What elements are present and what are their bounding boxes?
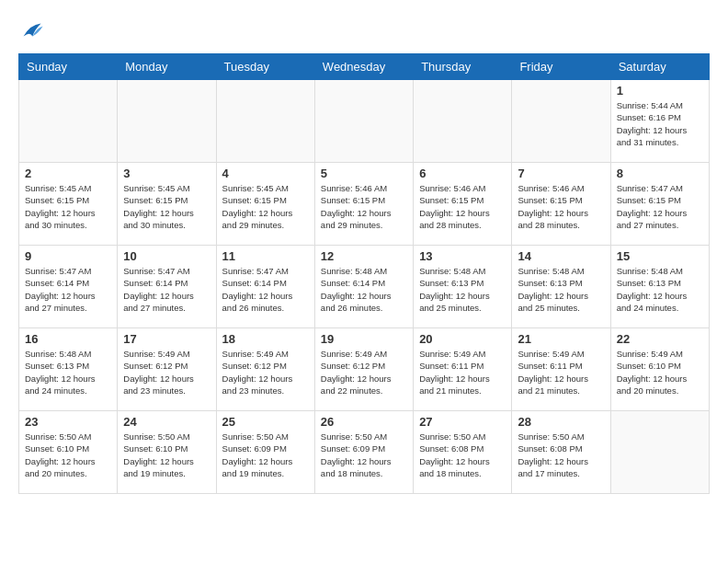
day-info: Sunrise: 5:50 AMSunset: 6:09 PMDaylight:… (321, 431, 407, 479)
day-info: Sunrise: 5:47 AMSunset: 6:14 PMDaylight:… (123, 265, 210, 314)
day-number: 7 (518, 167, 604, 180)
day-info: Sunrise: 5:48 AMSunset: 6:13 PMDaylight:… (25, 348, 111, 396)
day-info: Sunrise: 5:50 AMSunset: 6:08 PMDaylight:… (419, 431, 506, 479)
calendar-cell: 28Sunrise: 5:50 AMSunset: 6:08 PMDayligh… (512, 411, 610, 494)
day-info: Sunrise: 5:50 AMSunset: 6:08 PMDaylight:… (518, 431, 604, 479)
calendar-header-monday: Monday (118, 54, 216, 80)
calendar-cell (118, 80, 216, 163)
day-info: Sunrise: 5:49 AMSunset: 6:11 PMDaylight:… (419, 348, 506, 396)
day-info: Sunrise: 5:46 AMSunset: 6:15 PMDaylight:… (321, 182, 407, 231)
day-number: 24 (123, 415, 210, 429)
calendar-week-row: 16Sunrise: 5:48 AMSunset: 6:13 PMDayligh… (19, 328, 710, 411)
calendar-cell: 2Sunrise: 5:45 AMSunset: 6:15 PMDaylight… (19, 163, 118, 246)
calendar-cell (414, 80, 512, 163)
calendar-header-friday: Friday (512, 54, 610, 80)
day-info: Sunrise: 5:46 AMSunset: 6:15 PMDaylight:… (518, 182, 604, 231)
calendar-cell: 21Sunrise: 5:49 AMSunset: 6:11 PMDayligh… (512, 328, 610, 411)
calendar-header-row: SundayMondayTuesdayWednesdayThursdayFrid… (19, 54, 710, 80)
calendar-week-row: 1Sunrise: 5:44 AMSunset: 6:16 PMDaylight… (19, 80, 710, 163)
calendar-cell (610, 411, 709, 494)
calendar-header-wednesday: Wednesday (314, 54, 413, 80)
page-header (18, 18, 710, 44)
day-info: Sunrise: 5:45 AMSunset: 6:15 PMDaylight:… (25, 182, 111, 231)
calendar-cell: 26Sunrise: 5:50 AMSunset: 6:09 PMDayligh… (314, 411, 413, 494)
calendar-cell: 15Sunrise: 5:48 AMSunset: 6:13 PMDayligh… (610, 246, 709, 328)
day-number: 3 (123, 167, 210, 180)
day-info: Sunrise: 5:50 AMSunset: 6:10 PMDaylight:… (25, 431, 111, 479)
day-info: Sunrise: 5:46 AMSunset: 6:15 PMDaylight:… (419, 182, 506, 231)
day-info: Sunrise: 5:48 AMSunset: 6:13 PMDaylight:… (617, 265, 703, 314)
day-info: Sunrise: 5:44 AMSunset: 6:16 PMDaylight:… (617, 99, 703, 148)
day-number: 22 (617, 332, 703, 346)
calendar-cell: 12Sunrise: 5:48 AMSunset: 6:14 PMDayligh… (314, 246, 413, 328)
day-number: 26 (321, 415, 407, 429)
day-info: Sunrise: 5:49 AMSunset: 6:12 PMDaylight:… (321, 348, 407, 396)
day-info: Sunrise: 5:49 AMSunset: 6:12 PMDaylight:… (123, 348, 210, 396)
day-info: Sunrise: 5:47 AMSunset: 6:14 PMDaylight:… (25, 265, 111, 314)
calendar-cell: 27Sunrise: 5:50 AMSunset: 6:08 PMDayligh… (414, 411, 512, 494)
calendar-cell: 14Sunrise: 5:48 AMSunset: 6:13 PMDayligh… (512, 246, 610, 328)
day-number: 14 (518, 249, 604, 263)
day-number: 25 (222, 415, 309, 429)
day-number: 11 (222, 249, 309, 263)
calendar-cell (19, 80, 118, 163)
calendar-week-row: 2Sunrise: 5:45 AMSunset: 6:15 PMDaylight… (19, 163, 710, 246)
calendar-header-sunday: Sunday (19, 54, 118, 80)
logo (18, 18, 48, 44)
day-number: 28 (518, 415, 604, 429)
day-info: Sunrise: 5:45 AMSunset: 6:15 PMDaylight:… (123, 182, 210, 231)
day-info: Sunrise: 5:47 AMSunset: 6:14 PMDaylight:… (222, 265, 309, 314)
calendar-cell: 25Sunrise: 5:50 AMSunset: 6:09 PMDayligh… (216, 411, 314, 494)
calendar-cell: 9Sunrise: 5:47 AMSunset: 6:14 PMDaylight… (19, 246, 118, 328)
day-info: Sunrise: 5:48 AMSunset: 6:14 PMDaylight:… (321, 265, 407, 314)
calendar-cell: 3Sunrise: 5:45 AMSunset: 6:15 PMDaylight… (118, 163, 216, 246)
calendar-cell (216, 80, 314, 163)
day-number: 1 (617, 84, 703, 98)
calendar-cell: 20Sunrise: 5:49 AMSunset: 6:11 PMDayligh… (414, 328, 512, 411)
day-number: 6 (419, 167, 506, 180)
calendar-cell: 4Sunrise: 5:45 AMSunset: 6:15 PMDaylight… (216, 163, 314, 246)
calendar-cell: 23Sunrise: 5:50 AMSunset: 6:10 PMDayligh… (19, 411, 118, 494)
day-info: Sunrise: 5:47 AMSunset: 6:15 PMDaylight:… (617, 182, 703, 231)
day-number: 21 (518, 332, 604, 346)
day-info: Sunrise: 5:49 AMSunset: 6:12 PMDaylight:… (222, 348, 309, 396)
calendar-table: SundayMondayTuesdayWednesdayThursdayFrid… (18, 53, 710, 494)
day-number: 5 (321, 167, 407, 180)
calendar-cell: 6Sunrise: 5:46 AMSunset: 6:15 PMDaylight… (414, 163, 512, 246)
calendar-week-row: 9Sunrise: 5:47 AMSunset: 6:14 PMDaylight… (19, 246, 710, 328)
day-number: 23 (25, 415, 111, 429)
day-number: 2 (25, 167, 111, 180)
day-number: 9 (25, 249, 111, 263)
calendar-cell: 1Sunrise: 5:44 AMSunset: 6:16 PMDaylight… (610, 80, 709, 163)
calendar-header-thursday: Thursday (414, 54, 512, 80)
day-number: 20 (419, 332, 506, 346)
calendar-cell: 18Sunrise: 5:49 AMSunset: 6:12 PMDayligh… (216, 328, 314, 411)
calendar-header-saturday: Saturday (610, 54, 709, 80)
calendar-cell: 16Sunrise: 5:48 AMSunset: 6:13 PMDayligh… (19, 328, 118, 411)
day-info: Sunrise: 5:50 AMSunset: 6:10 PMDaylight:… (123, 431, 210, 479)
day-number: 18 (222, 332, 309, 346)
calendar-header-tuesday: Tuesday (216, 54, 314, 80)
calendar-cell: 11Sunrise: 5:47 AMSunset: 6:14 PMDayligh… (216, 246, 314, 328)
day-info: Sunrise: 5:49 AMSunset: 6:10 PMDaylight:… (617, 348, 703, 396)
calendar-cell: 13Sunrise: 5:48 AMSunset: 6:13 PMDayligh… (414, 246, 512, 328)
day-number: 15 (617, 249, 703, 263)
calendar-cell: 19Sunrise: 5:49 AMSunset: 6:12 PMDayligh… (314, 328, 413, 411)
calendar-week-row: 23Sunrise: 5:50 AMSunset: 6:10 PMDayligh… (19, 411, 710, 494)
calendar-cell: 10Sunrise: 5:47 AMSunset: 6:14 PMDayligh… (118, 246, 216, 328)
day-number: 16 (25, 332, 111, 346)
logo-bird-icon (18, 18, 44, 44)
calendar-cell: 17Sunrise: 5:49 AMSunset: 6:12 PMDayligh… (118, 328, 216, 411)
day-number: 12 (321, 249, 407, 263)
day-number: 10 (123, 249, 210, 263)
calendar-cell: 24Sunrise: 5:50 AMSunset: 6:10 PMDayligh… (118, 411, 216, 494)
calendar-cell (512, 80, 610, 163)
day-number: 13 (419, 249, 506, 263)
day-number: 17 (123, 332, 210, 346)
calendar-cell (314, 80, 413, 163)
calendar-cell: 22Sunrise: 5:49 AMSunset: 6:10 PMDayligh… (610, 328, 709, 411)
calendar-cell: 8Sunrise: 5:47 AMSunset: 6:15 PMDaylight… (610, 163, 709, 246)
calendar-cell: 5Sunrise: 5:46 AMSunset: 6:15 PMDaylight… (314, 163, 413, 246)
day-number: 4 (222, 167, 309, 180)
day-info: Sunrise: 5:48 AMSunset: 6:13 PMDaylight:… (518, 265, 604, 314)
